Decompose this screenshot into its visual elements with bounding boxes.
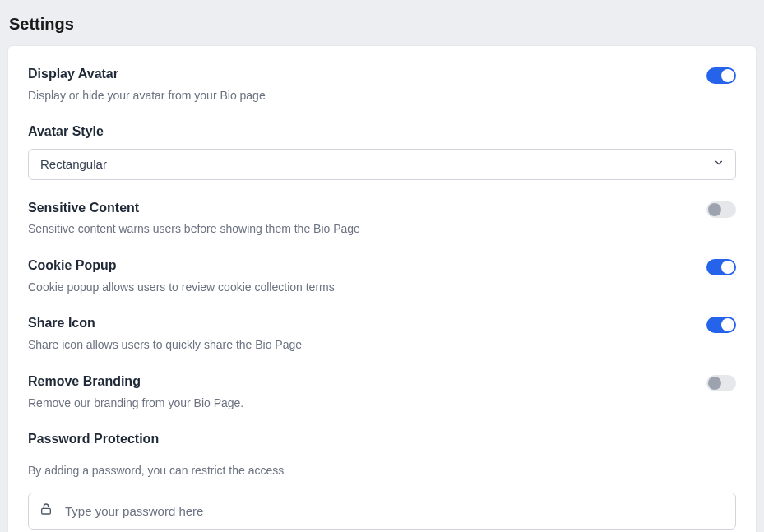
setting-remove-branding: Remove Branding Remove our branding from… bbox=[28, 373, 736, 411]
setting-sensitive-content: Sensitive Content Sensitive content warn… bbox=[28, 200, 736, 238]
password-protection-title: Password Protection bbox=[28, 431, 736, 448]
settings-card: Display Avatar Display or hide your avat… bbox=[7, 45, 757, 532]
setting-cookie-popup: Cookie Popup Cookie popup allows users t… bbox=[28, 257, 736, 295]
remove-branding-desc: Remove our branding from your Bio Page. bbox=[28, 396, 693, 412]
remove-branding-title: Remove Branding bbox=[28, 373, 693, 391]
page-title: Settings bbox=[0, 0, 764, 45]
display-avatar-toggle[interactable] bbox=[706, 67, 736, 84]
sensitive-content-title: Sensitive Content bbox=[28, 200, 693, 217]
setting-avatar-style: Avatar Style Rectangular bbox=[28, 123, 736, 179]
remove-branding-toggle[interactable] bbox=[706, 375, 736, 391]
setting-display-avatar: Display Avatar Display or hide your avat… bbox=[28, 66, 736, 104]
sensitive-content-toggle[interactable] bbox=[706, 201, 736, 218]
sensitive-content-desc: Sensitive content warns users before sho… bbox=[28, 221, 693, 238]
share-icon-desc: Share icon allows users to quickly share… bbox=[28, 337, 693, 354]
cookie-popup-title: Cookie Popup bbox=[28, 257, 693, 275]
display-avatar-desc: Display or hide your avatar from your Bi… bbox=[28, 88, 693, 104]
setting-share-icon: Share Icon Share icon allows users to qu… bbox=[28, 315, 736, 353]
password-protection-desc: By adding a password, you can restrict t… bbox=[28, 463, 736, 479]
share-icon-title: Share Icon bbox=[28, 315, 693, 332]
password-input[interactable] bbox=[28, 493, 736, 530]
share-icon-toggle[interactable] bbox=[706, 317, 736, 333]
cookie-popup-toggle[interactable] bbox=[706, 259, 736, 275]
avatar-style-title: Avatar Style bbox=[28, 123, 736, 141]
cookie-popup-desc: Cookie popup allows users to review cook… bbox=[28, 280, 693, 296]
display-avatar-title: Display Avatar bbox=[28, 66, 693, 83]
setting-password-protection: Password Protection By adding a password… bbox=[28, 431, 736, 530]
avatar-style-select[interactable]: Rectangular bbox=[28, 149, 736, 180]
